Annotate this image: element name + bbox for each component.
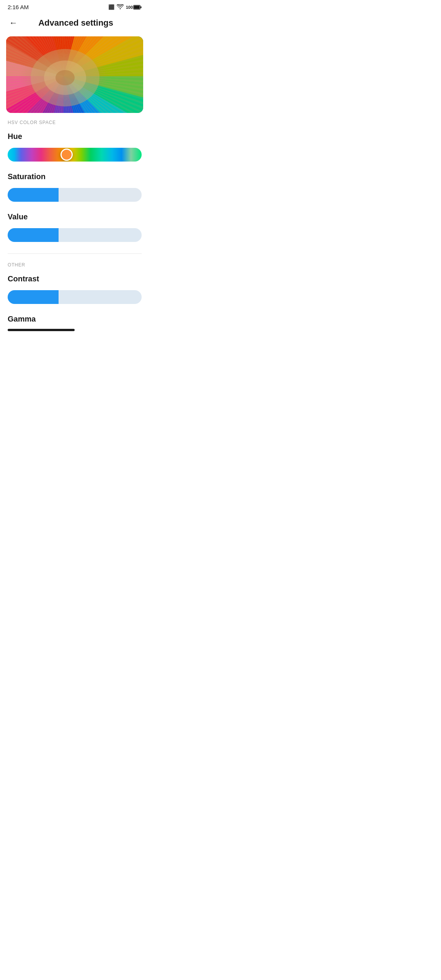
contrast-slider-container[interactable] [8,289,142,305]
battery-icon: 100 [126,5,142,10]
other-section-label: OTHER [0,254,149,269]
value-label: Value [8,212,142,221]
screenshot-icon: ⬛ [108,4,114,10]
back-button[interactable]: ← [8,16,19,29]
gamma-section: Gamma [0,309,149,335]
preview-image [6,36,143,113]
hue-slider-thumb[interactable] [60,149,73,161]
saturation-slider-container[interactable] [8,186,142,203]
hsv-section-label: HSV COLOR SPACE [0,113,149,127]
contrast-slider-track[interactable] [8,290,142,304]
contrast-section: Contrast [0,269,149,309]
status-time: 2:16 AM [8,4,29,10]
value-slider-container[interactable] [8,227,142,243]
hue-label: Hue [8,132,142,141]
svg-rect-1 [134,5,140,9]
gamma-slider-track[interactable] [8,329,75,331]
top-bar: ← Advanced settings [0,13,149,35]
status-icons: ⬛ 100 [108,4,142,10]
gamma-label: Gamma [8,315,142,323]
hue-slider-container[interactable] [8,146,142,163]
saturation-slider-track[interactable] [8,188,142,202]
pencil-visualization [6,36,143,113]
hue-section: Hue [0,127,149,167]
saturation-section: Saturation [0,167,149,207]
status-bar: 2:16 AM ⬛ 100 [0,0,149,13]
wifi-icon [117,4,124,10]
svg-point-5 [56,70,75,85]
saturation-label: Saturation [8,172,142,181]
svg-rect-2 [140,6,142,8]
hue-slider-track[interactable] [8,148,142,162]
value-slider-track[interactable] [8,228,142,242]
value-section: Value [0,207,149,247]
page-title: Advanced settings [25,18,126,28]
contrast-label: Contrast [8,274,142,283]
